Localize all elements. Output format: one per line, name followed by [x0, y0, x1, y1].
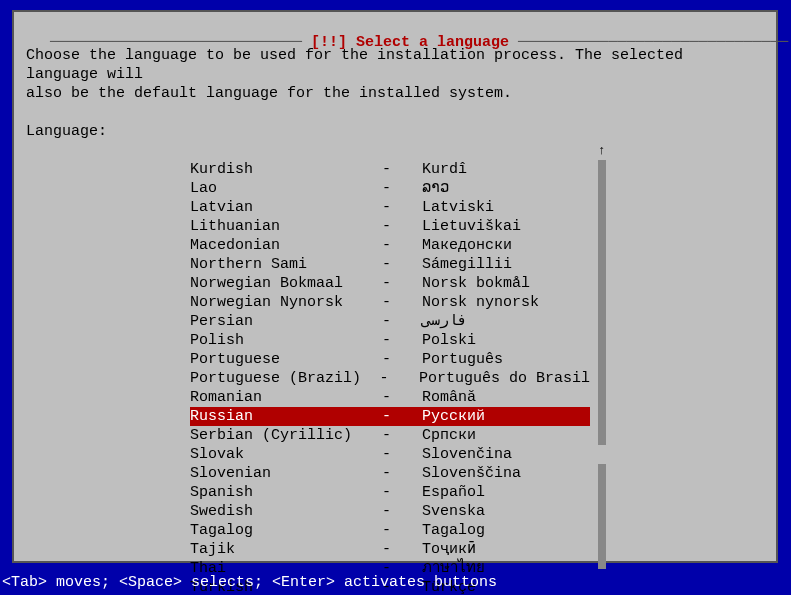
dialog-title: [!!] Select a language — [311, 34, 509, 51]
scroll-track — [598, 388, 606, 407]
language-name: Norwegian Nynorsk — [190, 293, 382, 312]
language-separator: - — [382, 540, 422, 559]
language-item[interactable]: Spanish-Español — [190, 483, 590, 502]
language-native: Kurdî — [422, 160, 590, 179]
language-name: Serbian (Cyrillic) — [190, 426, 382, 445]
language-native: Norsk nynorsk — [422, 293, 590, 312]
language-separator: - — [382, 160, 422, 179]
language-item[interactable]: Russian-Русский — [190, 407, 590, 426]
scroll-track — [598, 407, 606, 426]
language-item[interactable]: Lithuanian-Lietuviškai — [190, 217, 590, 236]
dialog-content: Choose the language to be used for the i… — [14, 12, 776, 595]
scroll-track — [598, 512, 606, 531]
language-item[interactable]: Portuguese-Português — [190, 350, 590, 369]
scroll-track — [598, 550, 606, 569]
language-separator: - — [382, 198, 422, 217]
language-native: Македонски — [422, 236, 590, 255]
language-name: Northern Sami — [190, 255, 382, 274]
language-item[interactable]: Macedonian-Македонски — [190, 236, 590, 255]
language-list[interactable]: Kurdish-KurdîLao-ລາວLatvian-LatviskiLith… — [190, 160, 590, 595]
language-item[interactable]: Serbian (Cyrillic)-Српски — [190, 426, 590, 445]
title-border-left: ──────────────────────────── — [50, 34, 311, 51]
language-name: Persian — [190, 312, 382, 331]
scroll-gap — [598, 445, 606, 464]
scroll-track — [598, 179, 606, 198]
language-item[interactable]: Slovak-Slovenčina — [190, 445, 590, 464]
language-native: Svenska — [422, 502, 590, 521]
language-separator: - — [382, 502, 422, 521]
language-native: Norsk bokmål — [422, 274, 590, 293]
language-separator: - — [382, 464, 422, 483]
scroll-thumb[interactable] — [598, 464, 606, 474]
language-separator: - — [382, 331, 422, 350]
scroll-track — [598, 369, 606, 388]
language-separator: - — [382, 217, 422, 236]
language-item[interactable]: Lao-ລາວ — [190, 179, 590, 198]
scroll-track — [598, 236, 606, 255]
scrollbar[interactable]: ↑ — [598, 141, 607, 569]
language-native: Slovenščina — [422, 464, 590, 483]
language-item[interactable]: Swedish-Svenska — [190, 502, 590, 521]
language-separator: - — [382, 236, 422, 255]
scroll-track — [598, 293, 606, 312]
dialog-title-bar: ──────────────────────────── [!!] Select… — [14, 17, 776, 68]
language-separator: - — [382, 179, 422, 198]
language-name: Russian — [190, 407, 382, 426]
language-name: Tajik — [190, 540, 382, 559]
language-item[interactable]: Norwegian Nynorsk-Norsk nynorsk — [190, 293, 590, 312]
language-separator: - — [382, 255, 422, 274]
language-item[interactable]: Romanian-Română — [190, 388, 590, 407]
language-name: Slovenian — [190, 464, 382, 483]
language-name: Tagalog — [190, 521, 382, 540]
language-name: Lao — [190, 179, 382, 198]
language-name: Norwegian Bokmaal — [190, 274, 382, 293]
language-native: Slovenčina — [422, 445, 590, 464]
language-native: Português — [422, 350, 590, 369]
language-native: Tagalog — [422, 521, 590, 540]
language-item[interactable]: Norwegian Bokmaal-Norsk bokmål — [190, 274, 590, 293]
help-bar: <Tab> moves; <Space> selects; <Enter> ac… — [0, 574, 499, 591]
language-item[interactable]: Tajik-Тоҷикӣ — [190, 540, 590, 559]
language-item[interactable]: Polish-Polski — [190, 331, 590, 350]
language-native: Српски — [422, 426, 590, 445]
language-native: Português do Brasil — [419, 369, 590, 388]
language-item[interactable]: Tagalog-Tagalog — [190, 521, 590, 540]
language-name: Romanian — [190, 388, 382, 407]
language-name: Macedonian — [190, 236, 382, 255]
scroll-track — [598, 426, 606, 445]
language-name: Polish — [190, 331, 382, 350]
language-native: Polski — [422, 331, 590, 350]
language-separator: - — [382, 312, 422, 331]
language-separator: - — [382, 350, 422, 369]
scroll-track — [598, 312, 606, 331]
language-native: Español — [422, 483, 590, 502]
scroll-track — [598, 474, 606, 493]
language-native: ລາວ — [422, 179, 590, 198]
language-item[interactable]: Portuguese (Brazil)-Português do Brasil — [190, 369, 590, 388]
language-item[interactable]: Kurdish-Kurdî — [190, 160, 590, 179]
scroll-track — [598, 217, 606, 236]
language-name: Kurdish — [190, 160, 382, 179]
language-name: Lithuanian — [190, 217, 382, 236]
language-name: Swedish — [190, 502, 382, 521]
language-name: Portuguese (Brazil) — [190, 369, 379, 388]
language-native: Lietuviškai — [422, 217, 590, 236]
language-label: Language: — [26, 122, 764, 141]
scroll-track — [598, 350, 606, 369]
language-separator: - — [382, 293, 422, 312]
scroll-track — [598, 331, 606, 350]
language-item[interactable]: Persian-فارسی — [190, 312, 590, 331]
language-separator: - — [382, 445, 422, 464]
language-native: فارسی — [422, 312, 590, 331]
language-name: Portuguese — [190, 350, 382, 369]
language-native: Русский — [422, 407, 590, 426]
scroll-up-icon[interactable]: ↑ — [598, 141, 606, 160]
scroll-track — [598, 493, 606, 512]
language-item[interactable]: Slovenian-Slovenščina — [190, 464, 590, 483]
scroll-track — [598, 274, 606, 293]
scroll-track — [598, 531, 606, 550]
scroll-track — [598, 160, 606, 179]
language-item[interactable]: Latvian-Latviski — [190, 198, 590, 217]
language-item[interactable]: Northern Sami-Sámegillii — [190, 255, 590, 274]
language-native: Тоҷикӣ — [422, 540, 590, 559]
